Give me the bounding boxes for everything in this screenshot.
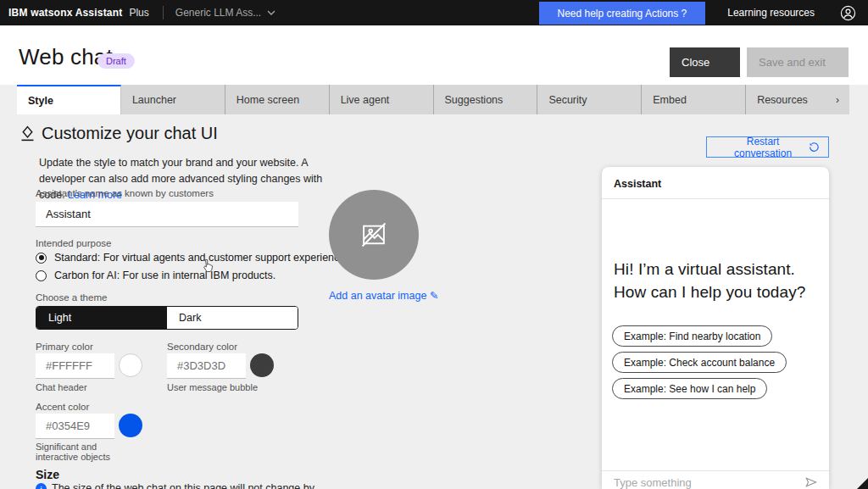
radio-option-standard[interactable]: Standard: For virtual agents and custome…: [36, 252, 353, 264]
assistant-switcher-label: Generic LLM Ass...: [175, 7, 261, 19]
radio-option-carbon-ai[interactable]: Carbon for AI: For use in internal IBM p…: [36, 270, 275, 281]
no-image-icon: [358, 219, 390, 251]
example-button-account-balance[interactable]: Example: Check account balance: [612, 352, 787, 373]
corner-launcher-fragment: [857, 478, 868, 489]
watsonx-assistant-webchat-page: IBM watsonx Assistant Plus Generic LLM A…: [0, 0, 868, 489]
draft-status-badge: Draft: [97, 53, 135, 69]
learning-resources-link[interactable]: Learning resources: [705, 0, 837, 25]
secondary-color-input[interactable]: [167, 353, 246, 379]
size-info-row: i The size of the web chat on this page …: [36, 482, 341, 489]
secondary-color-label: Secondary color: [167, 342, 237, 352]
greeting-line-1: Hi! I’m a virtual assistant.: [614, 258, 805, 281]
restart-label: Restart conversation: [717, 136, 809, 159]
accent-color-swatch[interactable]: [119, 414, 142, 437]
add-avatar-link[interactable]: Add an avatar image ✎: [329, 289, 422, 302]
section-title: Customize your chat UI: [42, 124, 218, 143]
tab-resources-label: Resources: [757, 94, 808, 106]
secondary-color-caption: User message bubble: [167, 382, 258, 392]
radio-unselected-icon[interactable]: [36, 270, 47, 281]
accent-caption-line2: interactive objects: [36, 452, 110, 462]
primary-color-swatch[interactable]: [119, 353, 142, 377]
paint-style-icon: [19, 125, 36, 142]
tab-home-screen[interactable]: Home screen: [225, 85, 330, 114]
edit-icon: ✎: [430, 290, 438, 302]
tab-launcher[interactable]: Launcher: [121, 85, 225, 114]
example-button-find-location[interactable]: Example: Find nearby location: [612, 325, 772, 347]
top-navigation-bar: IBM watsonx Assistant Plus Generic LLM A…: [0, 0, 868, 25]
send-icon[interactable]: [805, 476, 817, 488]
greeting-line-2: How can I help you today?: [614, 281, 805, 304]
save-and-exit-button[interactable]: Save and exit: [747, 47, 849, 77]
primary-color-caption: Chat header: [36, 382, 87, 392]
webchat-preview-panel: Assistant Hi! I’m a virtual assistant. H…: [602, 167, 829, 489]
brand-title: IBM watsonx Assistant: [8, 7, 122, 19]
plan-label: Plus: [129, 7, 148, 19]
secondary-color-swatch[interactable]: [250, 353, 274, 377]
size-note-text: The size of the web chat on this page wi…: [52, 482, 314, 489]
primary-color-label: Primary color: [36, 342, 93, 352]
accent-color-input[interactable]: [36, 414, 114, 439]
radio-selected-icon[interactable]: [36, 253, 47, 264]
example-button-how-i-can-help[interactable]: Example: See how I can help: [612, 378, 767, 399]
tab-resources[interactable]: Resources ›: [746, 85, 849, 114]
intended-purpose-label: Intended purpose: [36, 238, 112, 248]
settings-tab-bar: Style Launcher Home screen Live agent Su…: [17, 85, 849, 114]
help-creating-actions-button[interactable]: Need help creating Actions ?: [539, 2, 706, 25]
chat-greeting: Hi! I’m a virtual assistant. How can I h…: [614, 258, 805, 304]
add-avatar-label: Add an avatar image: [329, 290, 426, 302]
restart-icon: [809, 142, 820, 153]
assistant-name-label: Assistant's name as known by customers: [36, 188, 214, 198]
topbar-right-group: Need help creating Actions ? Learning re…: [539, 0, 868, 25]
chat-message-input[interactable]: [614, 476, 783, 489]
chat-header-title: Assistant: [602, 167, 829, 199]
accent-caption-line1: Significant and: [36, 442, 97, 452]
page-header: Web chat Draft Close Save and exit: [0, 25, 868, 85]
section-heading-row: Customize your chat UI: [19, 124, 218, 143]
nav-divider: [163, 6, 164, 19]
theme-option-light[interactable]: Light: [36, 307, 167, 329]
restart-conversation-button[interactable]: Restart conversation: [706, 136, 829, 158]
assistant-name-input[interactable]: [36, 202, 298, 227]
primary-color-input[interactable]: [36, 353, 114, 379]
close-button[interactable]: Close: [670, 47, 740, 77]
accent-color-label: Accent color: [36, 402, 89, 412]
chevron-down-icon: [267, 10, 275, 15]
radio-carbon-label: Carbon for AI: For use in internal IBM p…: [54, 270, 275, 281]
user-account-button[interactable]: [837, 0, 868, 25]
info-icon: i: [36, 483, 47, 489]
tab-embed[interactable]: Embed: [642, 85, 746, 114]
size-heading: Size: [36, 468, 59, 481]
tab-suggestions[interactable]: Suggestions: [434, 85, 538, 114]
tab-style[interactable]: Style: [17, 85, 121, 114]
radio-standard-label: Standard: For virtual agents and custome…: [54, 252, 353, 264]
avatar-placeholder[interactable]: [329, 190, 419, 280]
chat-input-bar: [602, 470, 829, 489]
theme-label: Choose a theme: [36, 292, 107, 303]
chevron-right-icon[interactable]: ›: [836, 94, 839, 106]
tab-security[interactable]: Security: [537, 85, 642, 114]
assistant-switcher[interactable]: Generic LLM Ass...: [175, 7, 275, 19]
tab-live-agent[interactable]: Live agent: [330, 85, 434, 114]
theme-option-dark[interactable]: Dark: [167, 307, 298, 329]
user-avatar-icon: [840, 5, 856, 21]
theme-toggle: Light Dark: [36, 306, 298, 330]
